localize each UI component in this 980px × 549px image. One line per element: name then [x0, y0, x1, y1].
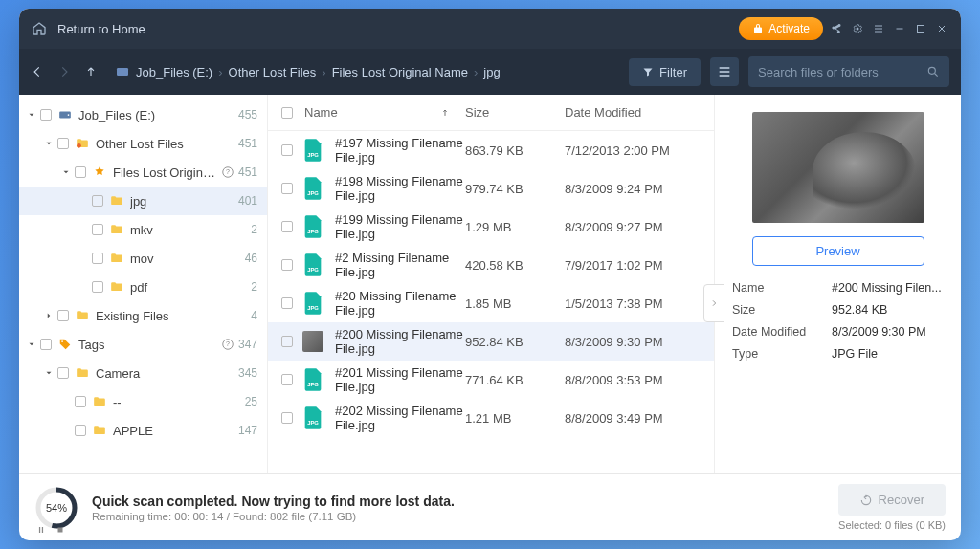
tree-row[interactable]: jpg401 — [19, 187, 267, 215]
file-name: #197 Missing Filename File.jpg — [335, 136, 465, 165]
breadcrumb-item[interactable]: Other Lost Files — [229, 65, 317, 79]
file-checkbox[interactable] — [281, 183, 293, 194]
tree-checkbox[interactable] — [57, 138, 69, 149]
tree-checkbox[interactable] — [75, 425, 86, 436]
file-name: #199 Missing Filename File.jpg — [335, 212, 465, 241]
jpg-file-icon: JPG — [303, 139, 323, 162]
caret-down-icon[interactable] — [27, 340, 36, 349]
tree-row[interactable]: pdf2 — [19, 273, 267, 301]
caret-down-icon[interactable] — [44, 139, 54, 148]
tree-checkbox[interactable] — [75, 396, 86, 407]
view-mode-button[interactable] — [710, 57, 739, 86]
breadcrumb-item[interactable]: jpg — [483, 65, 500, 79]
file-checkbox[interactable] — [281, 297, 293, 309]
forward-icon[interactable] — [57, 65, 71, 78]
file-checkbox[interactable] — [281, 144, 293, 156]
activate-button[interactable]: Activate — [739, 17, 823, 40]
tree-count: 347 — [238, 338, 257, 351]
tree-checkbox[interactable] — [92, 195, 103, 207]
file-thumbnail — [302, 331, 323, 352]
select-all-checkbox[interactable] — [281, 107, 293, 119]
tree-label: pdf — [130, 280, 247, 295]
breadcrumb-item[interactable]: Files Lost Original Name — [332, 65, 468, 79]
file-row[interactable]: JPG#202 Missing Filename File.jpg1.21 MB… — [268, 399, 714, 437]
tree-row[interactable]: mkv2 — [19, 215, 267, 244]
file-row[interactable]: JPG#2 Missing Filename File.jpg420.58 KB… — [268, 246, 714, 284]
caret-right-icon[interactable] — [44, 311, 54, 320]
tree-checkbox[interactable] — [92, 253, 103, 264]
file-row[interactable]: #200 Missing Filename File.jpg952.84 KB8… — [268, 322, 714, 361]
tree-row[interactable]: Files Lost Origina...?451 — [19, 158, 267, 187]
jpg-file-icon: JPG — [303, 253, 323, 276]
share-icon[interactable] — [829, 21, 844, 36]
file-row[interactable]: JPG#199 Missing Filename File.jpg1.29 MB… — [268, 208, 714, 246]
tree-row[interactable]: mov46 — [19, 244, 267, 273]
filter-button[interactable]: Filter — [629, 58, 701, 86]
collapse-preview-button[interactable] — [703, 284, 724, 322]
caret-down-icon[interactable] — [27, 110, 36, 120]
home-icon[interactable] — [31, 21, 48, 36]
maximize-icon[interactable] — [913, 21, 928, 36]
file-name: #20 Missing Filename File.jpg — [335, 289, 465, 318]
svg-text:JPG: JPG — [307, 305, 319, 311]
tree-checkbox[interactable] — [40, 109, 52, 121]
tree-checkbox[interactable] — [92, 224, 103, 235]
recover-button[interactable]: Recover — [838, 484, 946, 516]
svg-text:JPG: JPG — [307, 229, 319, 234]
caret-down-icon[interactable] — [44, 368, 54, 378]
file-row[interactable]: JPG#198 Missing Filename File.jpg979.74 … — [268, 169, 714, 208]
file-checkbox[interactable] — [281, 412, 293, 424]
tree-row[interactable]: APPLE147 — [19, 416, 267, 445]
file-row[interactable]: JPG#20 Missing Filename File.jpg1.85 MB1… — [268, 284, 714, 322]
close-icon[interactable] — [934, 21, 949, 36]
sort-asc-icon — [440, 108, 450, 118]
stop-scan-icon[interactable] — [56, 525, 65, 535]
settings-icon[interactable] — [850, 21, 865, 36]
tree-row[interactable]: Job_Files (E:)455 — [19, 100, 267, 129]
search-input[interactable] — [758, 65, 926, 79]
tree-count: 401 — [238, 194, 257, 208]
column-size[interactable]: Size — [465, 105, 565, 120]
tree-row[interactable]: Other Lost Files451 — [19, 129, 267, 158]
svg-text:JPG: JPG — [307, 190, 319, 196]
tree-checkbox[interactable] — [75, 166, 86, 178]
tree-row[interactable]: Tags?347 — [19, 330, 267, 359]
file-row[interactable]: JPG#197 Missing Filename File.jpg863.79 … — [268, 131, 714, 169]
file-size: 1.21 MB — [465, 411, 565, 426]
scan-progress: 54% — [34, 486, 78, 530]
tree-row[interactable]: Existing Files4 — [19, 301, 267, 330]
file-row[interactable]: JPG#201 Missing Filename File.jpg771.64 … — [268, 361, 714, 399]
tree-checkbox[interactable] — [57, 367, 69, 379]
svg-rect-2 — [117, 68, 128, 76]
preview-button[interactable]: Preview — [752, 236, 924, 266]
filter-icon — [642, 66, 654, 77]
tree-checkbox[interactable] — [92, 281, 103, 293]
recover-icon — [859, 494, 873, 507]
menu-icon[interactable] — [871, 21, 886, 36]
back-icon[interactable] — [31, 65, 44, 78]
file-checkbox[interactable] — [281, 374, 293, 385]
help-icon[interactable]: ? — [221, 165, 234, 179]
breadcrumb-item[interactable]: Job_Files (E:) — [136, 65, 212, 79]
search-box[interactable] — [748, 56, 949, 87]
column-name[interactable]: Name — [304, 105, 465, 120]
footer-bar: 54% Quick scan completed. Now trying to … — [19, 473, 961, 540]
tree-checkbox[interactable] — [57, 310, 69, 321]
help-icon[interactable]: ? — [221, 338, 234, 351]
column-date[interactable]: Date Modified — [565, 105, 714, 120]
tree-count: 4 — [251, 309, 257, 322]
minimize-icon[interactable] — [892, 21, 907, 36]
tree-row[interactable]: Camera345 — [19, 359, 267, 387]
pause-scan-icon[interactable] — [36, 525, 46, 535]
file-checkbox[interactable] — [281, 259, 293, 271]
svg-text:JPG: JPG — [307, 267, 319, 273]
search-icon[interactable] — [926, 65, 940, 78]
return-home-link[interactable]: Return to Home — [57, 22, 145, 36]
up-icon[interactable] — [84, 65, 98, 78]
tree-row[interactable]: --25 — [19, 387, 267, 416]
file-checkbox[interactable] — [281, 336, 293, 347]
sidebar-tree: Job_Files (E:)455Other Lost Files451File… — [19, 95, 268, 473]
caret-down-icon[interactable] — [61, 167, 71, 177]
tree-checkbox[interactable] — [40, 339, 52, 350]
file-checkbox[interactable] — [281, 221, 293, 232]
